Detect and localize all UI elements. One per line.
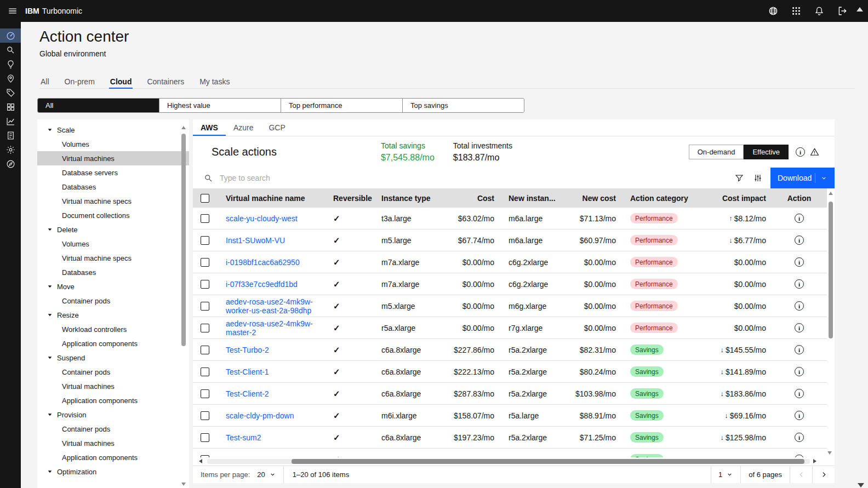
previous-page-button[interactable]	[790, 466, 812, 483]
tree-item-workload-controllers[interactable]: Workload controllers	[37, 322, 189, 336]
tab-my-tasks[interactable]: My tasks	[198, 74, 231, 89]
globe-icon[interactable]	[762, 0, 785, 22]
info-icon[interactable]: i	[795, 301, 804, 311]
tree-item-database-servers[interactable]: Database servers	[37, 165, 189, 180]
notifications-icon[interactable]	[808, 0, 831, 22]
row-checkbox[interactable]	[201, 346, 209, 354]
scroll-up-icon[interactable]	[829, 192, 833, 195]
tree-section-scale[interactable]: Scale	[37, 123, 189, 137]
tree-item-volumes[interactable]: Volumes	[37, 137, 189, 151]
scroll-down-arrow[interactable]	[858, 483, 864, 487]
info-icon[interactable]: i	[795, 257, 804, 267]
select-all-checkbox[interactable]	[201, 194, 209, 203]
info-icon[interactable]: i	[795, 279, 804, 289]
tab-cloud[interactable]: Cloud	[109, 74, 133, 89]
tree-section-resize[interactable]: Resize	[37, 308, 189, 322]
switch-top-performance[interactable]: Top performance	[281, 99, 402, 112]
row-checkbox[interactable]	[201, 324, 209, 332]
toggle-effective[interactable]: Effective	[744, 145, 789, 159]
switch-highest-value[interactable]: Highest value	[159, 99, 281, 112]
info-icon[interactable]: i	[795, 367, 804, 376]
tree-item-virtual-machines[interactable]: Virtual machines	[37, 436, 189, 450]
row-checkbox[interactable]	[201, 433, 209, 442]
search-icon[interactable]	[0, 43, 21, 57]
row-checkbox[interactable]	[201, 258, 209, 267]
tree-item-virtual-machines[interactable]: Virtual machines	[37, 379, 189, 393]
tree-item-application-components[interactable]: Application components	[37, 336, 189, 351]
tree-section-delete[interactable]: Delete	[37, 222, 189, 237]
tree-scroll-thumb[interactable]	[181, 134, 186, 346]
vertical-scrollbar[interactable]	[827, 188, 835, 457]
download-button[interactable]: Download	[770, 168, 835, 188]
tree-item-virtual-machine-specs[interactable]: Virtual machine specs	[37, 251, 189, 265]
logout-icon[interactable]	[831, 0, 854, 22]
info-icon[interactable]: i	[795, 411, 804, 420]
page-number-select[interactable]: 1	[711, 466, 740, 483]
vm-name-link[interactable]: Inst1-SUwoM-VU	[226, 236, 285, 245]
scroll-down-icon[interactable]	[827, 451, 832, 455]
chart-icon[interactable]	[0, 114, 21, 128]
tree-item-document-collections[interactable]: Document collections	[37, 208, 189, 222]
tree-item-application-components[interactable]: Application components	[37, 450, 189, 464]
location-icon[interactable]	[0, 71, 21, 85]
tab-all[interactable]: All	[39, 74, 50, 89]
tree-section-provision[interactable]: Provision	[37, 407, 189, 422]
row-checkbox[interactable]	[201, 389, 209, 398]
vm-name-link[interactable]: scale-yu-cloudy-west	[226, 214, 298, 223]
tree-section-move[interactable]: Move	[37, 279, 189, 294]
tab-on-prem[interactable]: On-prem	[64, 74, 96, 89]
vm-name-link[interactable]: scale-cldy-pm-down	[226, 411, 294, 420]
info-icon[interactable]: i	[796, 147, 805, 157]
tree-item-virtual-machine-specs[interactable]: Virtual machine specs	[37, 194, 189, 208]
column-settings-button[interactable]	[749, 169, 767, 187]
items-per-page-select[interactable]: 20	[250, 466, 283, 483]
tree-item-databases[interactable]: Databases	[37, 180, 189, 194]
vm-name-link[interactable]: Test-sum2	[226, 433, 261, 442]
vm-name-link[interactable]: Test-Turbo-2	[226, 346, 269, 354]
info-icon[interactable]: i	[795, 214, 804, 223]
tree-item-virtual-machines[interactable]: Virtual machines	[37, 151, 189, 165]
scroll-right-icon[interactable]	[813, 459, 816, 463]
provider-tab-azure[interactable]: Azure	[226, 119, 261, 136]
warning-icon[interactable]	[810, 147, 819, 157]
search-input[interactable]	[220, 168, 730, 188]
tree-item-container-pods[interactable]: Container pods	[37, 294, 189, 308]
report-icon[interactable]	[0, 128, 21, 142]
vm-name-link[interactable]: i-0198bf1cac6a62950	[226, 258, 300, 267]
tree-item-container-pods[interactable]: Container pods	[37, 365, 189, 379]
info-icon[interactable]: i	[795, 323, 804, 332]
row-checkbox[interactable]	[201, 302, 209, 311]
tree-scrollbar[interactable]	[181, 124, 186, 486]
tag-icon[interactable]	[0, 85, 21, 100]
row-checkbox[interactable]	[201, 214, 209, 223]
horizontal-scrollbar[interactable]	[193, 457, 835, 466]
vm-name-link[interactable]: aedev-rosa-use2-4mk9w-master-2	[226, 319, 322, 337]
info-icon[interactable]: i	[795, 433, 804, 442]
tab-containers[interactable]: Containers	[146, 74, 185, 89]
tree-scroll-up-icon[interactable]	[181, 126, 186, 129]
grid-icon[interactable]	[0, 100, 21, 114]
app-switcher-icon[interactable]	[785, 0, 808, 22]
idea-icon[interactable]	[0, 57, 21, 71]
tree-scroll-down-icon[interactable]	[181, 483, 186, 486]
tree-item-volumes[interactable]: Volumes	[37, 237, 189, 251]
toggle-on-demand[interactable]: On-demand	[689, 145, 744, 159]
vm-name-link[interactable]: i-07f33e7cc9edfd1bd	[226, 280, 298, 289]
horizontal-scroll-thumb[interactable]	[292, 459, 804, 464]
info-icon[interactable]: i	[795, 345, 804, 354]
row-checkbox[interactable]	[201, 411, 209, 420]
row-checkbox[interactable]	[201, 280, 209, 289]
provider-tab-aws[interactable]: AWS	[193, 119, 226, 136]
chevron-down-icon[interactable]	[815, 173, 827, 183]
row-checkbox[interactable]	[201, 236, 209, 245]
next-page-button[interactable]	[813, 466, 835, 483]
info-icon[interactable]: i	[795, 389, 804, 398]
tree-item-databases[interactable]: Databases	[37, 265, 189, 279]
scroll-left-icon[interactable]	[199, 459, 202, 463]
gauge-icon[interactable]	[0, 28, 21, 43]
scroll-up-arrow[interactable]	[856, 7, 863, 12]
vertical-scroll-thumb[interactable]	[829, 202, 833, 338]
row-checkbox[interactable]	[201, 368, 209, 376]
compass-icon[interactable]	[0, 157, 21, 171]
info-icon[interactable]: i	[795, 236, 804, 245]
